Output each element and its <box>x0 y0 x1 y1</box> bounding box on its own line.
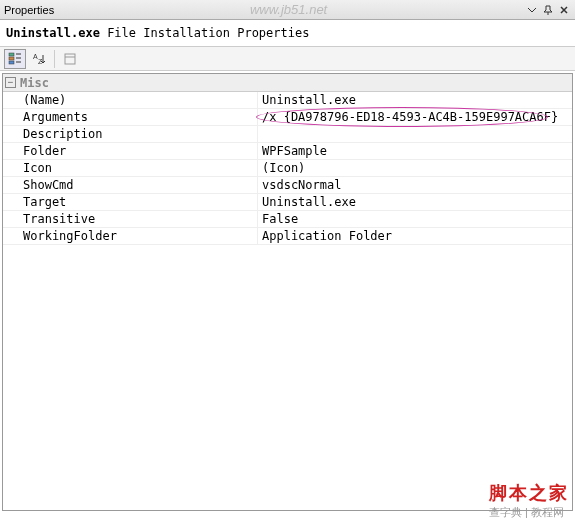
property-value[interactable]: /x {DA978796-ED18-4593-AC4B-159E997ACA6F… <box>258 109 572 125</box>
property-label: Icon <box>3 160 258 176</box>
property-value[interactable]: WPFSample <box>258 143 572 159</box>
footer-watermark: 脚本之家 查字典 | 教程网 <box>489 481 569 520</box>
group-label: Misc <box>20 76 49 90</box>
svg-rect-8 <box>65 54 75 64</box>
property-value[interactable]: (Icon) <box>258 160 572 176</box>
toolbar: AZ <box>0 47 575 71</box>
property-pages-button[interactable] <box>59 49 81 69</box>
collapse-icon[interactable]: − <box>5 77 16 88</box>
property-value[interactable] <box>258 126 572 142</box>
property-row[interactable]: WorkingFolderApplication Folder <box>3 228 572 245</box>
window-title: Properties <box>4 4 54 16</box>
svg-text:Z: Z <box>38 58 43 65</box>
property-row[interactable]: Icon(Icon) <box>3 160 572 177</box>
property-row[interactable]: FolderWPFSample <box>3 143 572 160</box>
property-value[interactable]: Uninstall.exe <box>258 194 572 210</box>
property-label: Arguments <box>3 109 258 125</box>
property-label: WorkingFolder <box>3 228 258 244</box>
property-value[interactable]: Uninstall.exe <box>258 92 572 108</box>
header-suffix: File Installation Properties <box>100 26 310 40</box>
property-label: Description <box>3 126 258 142</box>
group-header[interactable]: − Misc <box>3 74 572 92</box>
property-row[interactable]: ShowCmdvsdscNormal <box>3 177 572 194</box>
highlight-annotation <box>256 107 548 127</box>
pin-icon[interactable] <box>541 3 555 17</box>
svg-rect-0 <box>9 53 14 56</box>
property-value[interactable]: False <box>258 211 572 227</box>
titlebar: Properties www.jb51.net <box>0 0 575 20</box>
dropdown-icon[interactable] <box>525 3 539 17</box>
property-label: Target <box>3 194 258 210</box>
categorized-button[interactable] <box>4 49 26 69</box>
properties-header: Uninstall.exe File Installation Properti… <box>0 20 575 47</box>
property-value[interactable]: Application Folder <box>258 228 572 244</box>
property-row[interactable]: TargetUninstall.exe <box>3 194 572 211</box>
alphabetical-button[interactable]: AZ <box>28 49 50 69</box>
header-filename: Uninstall.exe <box>6 26 100 40</box>
property-label: Transitive <box>3 211 258 227</box>
property-label: ShowCmd <box>3 177 258 193</box>
close-icon[interactable] <box>557 3 571 17</box>
svg-rect-2 <box>9 61 14 64</box>
footer-brand: 脚本之家 <box>489 483 569 503</box>
property-row[interactable]: Arguments/x {DA978796-ED18-4593-AC4B-159… <box>3 109 572 126</box>
property-label: (Name) <box>3 92 258 108</box>
property-label: Folder <box>3 143 258 159</box>
property-value[interactable]: vsdscNormal <box>258 177 572 193</box>
property-row[interactable]: (Name)Uninstall.exe <box>3 92 572 109</box>
property-row[interactable]: TransitiveFalse <box>3 211 572 228</box>
svg-rect-1 <box>9 57 14 60</box>
watermark-text: www.jb51.net <box>250 2 327 17</box>
property-row[interactable]: Description <box>3 126 572 143</box>
property-grid[interactable]: − Misc (Name)Uninstall.exeArguments/x {D… <box>2 73 573 511</box>
footer-credit: 查字典 | 教程网 <box>489 506 564 518</box>
toolbar-separator <box>54 50 55 68</box>
